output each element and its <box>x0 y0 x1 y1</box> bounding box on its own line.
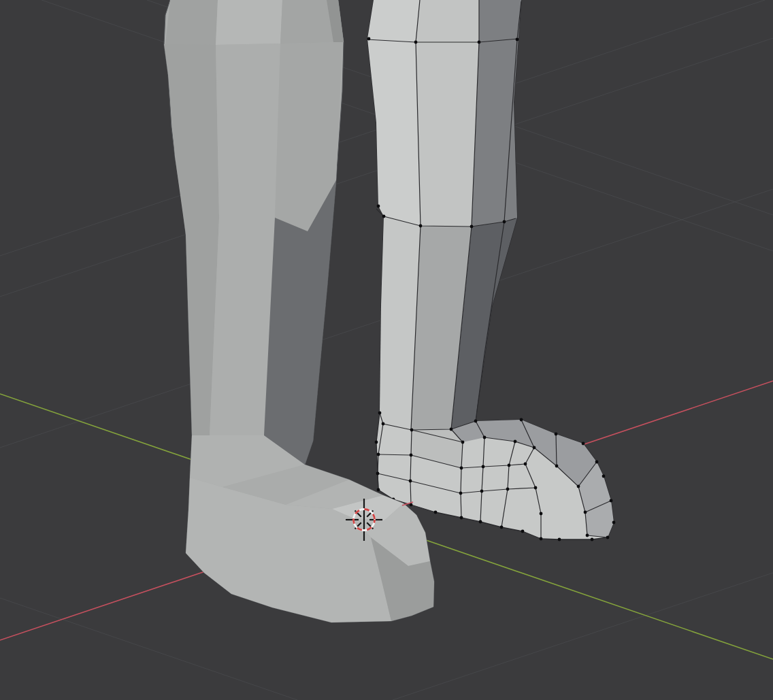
mesh-vertex[interactable] <box>503 220 506 224</box>
blender-3d-viewport <box>0 0 773 700</box>
mesh-vertex[interactable] <box>377 205 380 208</box>
mesh-vertex[interactable] <box>577 485 580 488</box>
mesh-vertex[interactable] <box>419 224 423 228</box>
mesh-vertex[interactable] <box>602 475 606 478</box>
mesh-vertex[interactable] <box>460 467 463 470</box>
mesh-vertex[interactable] <box>586 534 589 537</box>
mesh-vertex[interactable] <box>367 37 371 41</box>
mesh-vertex[interactable] <box>375 441 378 444</box>
mesh-vertex[interactable] <box>434 511 438 514</box>
mesh-vertex[interactable] <box>382 215 386 218</box>
mesh-vertex[interactable] <box>450 428 453 431</box>
mesh-vertex[interactable] <box>606 536 610 539</box>
mesh-vertex[interactable] <box>555 465 559 468</box>
mesh-vertex[interactable] <box>555 433 558 436</box>
mesh-vertex[interactable] <box>409 480 412 483</box>
mesh-vertex[interactable] <box>540 537 543 541</box>
mesh-vertex[interactable] <box>506 488 510 491</box>
mesh-vertex[interactable] <box>584 511 587 514</box>
left-leg-mesh-object-mode-facet <box>216 0 282 45</box>
mesh-vertex[interactable] <box>514 440 517 444</box>
mesh-vertex[interactable] <box>558 538 561 541</box>
mesh-vertex[interactable] <box>591 538 594 541</box>
mesh-vertex[interactable] <box>483 436 487 439</box>
mesh-vertex[interactable] <box>460 516 463 520</box>
viewport-canvas[interactable] <box>0 0 773 700</box>
mesh-vertex[interactable] <box>470 225 474 229</box>
mesh-vertex[interactable] <box>610 499 613 503</box>
mesh-vertex[interactable] <box>595 461 599 464</box>
mesh-vertex[interactable] <box>378 412 382 415</box>
mesh-vertex[interactable] <box>480 490 484 493</box>
mesh-vertex[interactable] <box>516 38 519 41</box>
right-leg-mesh-edit-mode-facet <box>416 0 479 227</box>
mesh-vertex[interactable] <box>377 453 380 456</box>
mesh-vertex[interactable] <box>520 418 523 422</box>
mesh-vertex[interactable] <box>459 492 463 495</box>
mesh-vertex[interactable] <box>410 503 413 507</box>
mesh-vertex[interactable] <box>521 530 525 533</box>
mesh-vertex[interactable] <box>500 526 504 529</box>
mesh-vertex[interactable] <box>478 41 481 44</box>
mesh-vertex[interactable] <box>540 512 543 516</box>
mesh-vertex[interactable] <box>410 454 413 457</box>
mesh-vertex[interactable] <box>410 429 414 432</box>
left-leg-mesh-object-mode-facet <box>165 0 218 45</box>
mesh-vertex[interactable] <box>474 420 478 423</box>
mesh-vertex[interactable] <box>508 464 511 467</box>
mesh-vertex[interactable] <box>534 486 538 490</box>
mesh-vertex[interactable] <box>479 520 482 524</box>
mesh-vertex[interactable] <box>533 446 536 450</box>
mesh-vertex[interactable] <box>376 472 380 476</box>
mesh-vertex[interactable] <box>414 41 418 44</box>
mesh-vertex[interactable] <box>482 465 485 469</box>
mesh-vertex[interactable] <box>524 463 527 466</box>
mesh-vertex[interactable] <box>582 442 585 446</box>
mesh-vertex[interactable] <box>382 422 385 426</box>
mesh-vertex[interactable] <box>612 521 616 524</box>
mesh-vertex[interactable] <box>377 488 380 492</box>
mesh-vertex[interactable] <box>461 441 465 444</box>
